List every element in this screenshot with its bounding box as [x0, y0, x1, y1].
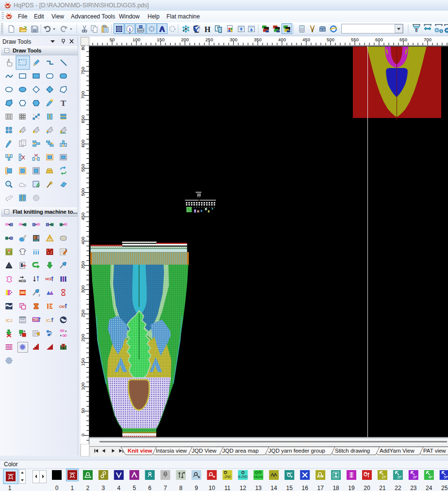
svg-text:PAT view: PAT view: [423, 448, 446, 454]
svg-text:600: 600: [81, 140, 85, 148]
svg-text:21: 21: [379, 485, 386, 491]
svg-text:600: 600: [375, 37, 383, 42]
svg-text:800: 800: [81, 46, 85, 50]
svg-text:Intarsia view: Intarsia view: [156, 448, 187, 454]
svg-text:-2ND: -2ND: [224, 475, 231, 478]
svg-text:700: 700: [424, 37, 431, 42]
svg-text:200: 200: [81, 334, 85, 342]
svg-text:JQD yarn feeder group: JQD yarn feeder group: [268, 448, 325, 454]
svg-text:250: 250: [81, 310, 85, 318]
svg-text:10: 10: [209, 485, 216, 491]
svg-text:750: 750: [81, 67, 85, 75]
svg-text:HCD: HCD: [18, 279, 26, 283]
svg-text:FB2ND: FB2ND: [254, 475, 264, 478]
svg-text:650: 650: [399, 37, 407, 42]
svg-text:100: 100: [133, 37, 140, 42]
svg-text:CNT: CNT: [59, 305, 66, 308]
svg-text:22: 22: [395, 485, 401, 491]
svg-text:16: 16: [302, 485, 309, 491]
svg-text:JQD area map: JQD area map: [222, 448, 259, 454]
svg-text:350: 350: [254, 37, 262, 42]
svg-text:1P: 1P: [382, 475, 386, 479]
svg-text:450: 450: [81, 213, 85, 220]
svg-text:12: 12: [240, 485, 247, 491]
svg-text:3P: 3P: [413, 475, 417, 479]
svg-text:ICJ: ICJ: [6, 318, 13, 323]
svg-text:17: 17: [317, 485, 324, 491]
svg-text:9: 9: [195, 485, 198, 491]
svg-text:8: 8: [179, 485, 183, 491]
svg-text:200: 200: [181, 37, 189, 42]
svg-text:650: 650: [81, 116, 85, 123]
svg-text:HCD: HCD: [32, 318, 39, 322]
svg-text:AddYarn View: AddYarn View: [380, 448, 415, 454]
svg-text:!: !: [415, 28, 417, 33]
svg-text:400: 400: [278, 37, 286, 42]
svg-text:450: 450: [302, 37, 310, 42]
svg-text:150: 150: [157, 37, 165, 42]
svg-text:20: 20: [364, 485, 370, 491]
svg-text:7: 7: [164, 485, 167, 491]
svg-text:500: 500: [81, 188, 85, 196]
svg-text:15: 15: [286, 485, 293, 491]
svg-text:Stitch drawing: Stitch drawing: [335, 448, 370, 454]
svg-text:500: 500: [327, 37, 334, 42]
svg-text:25: 25: [441, 485, 448, 491]
svg-text:3: 3: [102, 485, 105, 491]
svg-text:T: T: [61, 99, 66, 108]
svg-text:i: i: [129, 26, 131, 32]
svg-text:ICJ: ICJ: [46, 318, 52, 323]
svg-text:18: 18: [332, 485, 339, 491]
svg-text:19: 19: [348, 485, 355, 491]
svg-text:1: 1: [71, 485, 74, 491]
svg-text:Knit view: Knit view: [128, 448, 152, 454]
svg-text:2: 2: [86, 485, 90, 491]
svg-text:250: 250: [205, 37, 213, 42]
svg-text:B-2ND: B-2ND: [238, 475, 248, 478]
svg-text:5: 5: [133, 485, 136, 491]
svg-text:300: 300: [81, 286, 85, 293]
svg-text:6: 6: [148, 485, 151, 491]
svg-text:13: 13: [255, 485, 262, 491]
svg-text:4P: 4P: [428, 475, 432, 479]
svg-text:100: 100: [81, 383, 85, 390]
svg-text:0: 0: [55, 485, 59, 491]
svg-text:300: 300: [230, 37, 237, 42]
svg-text:4: 4: [117, 485, 120, 491]
svg-text:24: 24: [426, 485, 432, 491]
svg-text:11: 11: [224, 485, 231, 491]
svg-text:700: 700: [81, 91, 85, 99]
svg-text:50: 50: [81, 408, 85, 413]
svg-text:400: 400: [81, 237, 85, 245]
svg-text:2P: 2P: [397, 475, 401, 479]
svg-text:J: J: [38, 294, 40, 297]
svg-text:550: 550: [81, 164, 85, 172]
svg-text:14: 14: [271, 485, 278, 491]
svg-text:23: 23: [410, 485, 417, 491]
svg-text:5P: 5P: [444, 475, 448, 479]
svg-text:350: 350: [81, 261, 85, 269]
svg-text:150: 150: [81, 358, 85, 366]
svg-text:JQD View: JQD View: [192, 448, 217, 454]
svg-text:0: 0: [81, 434, 85, 436]
svg-text:550: 550: [351, 37, 359, 42]
svg-text:icon: icon: [138, 29, 144, 32]
svg-text:50: 50: [110, 37, 115, 42]
svg-text:H: H: [204, 25, 211, 34]
svg-text:Color: Color: [4, 461, 18, 468]
svg-text:1: 1: [8, 485, 12, 491]
